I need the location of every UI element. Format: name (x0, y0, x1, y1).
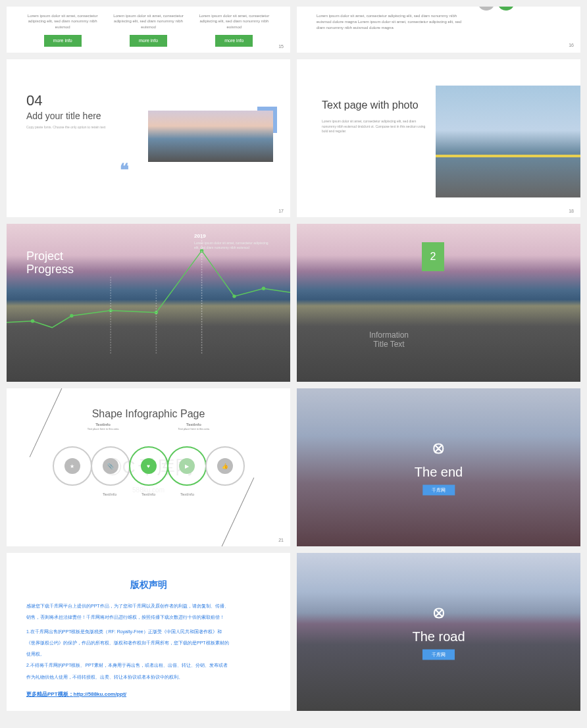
page-number: 18 (569, 209, 574, 213)
play-icon: ▶ (179, 458, 195, 474)
logo-icon (429, 440, 447, 458)
circle-o-icon: O (498, 7, 515, 11)
lorem-text: Lorem ipsum dolor sit amet, consectetur … (198, 13, 270, 30)
slide-19: Project Progress 2019 Lorem ipsum dolor … (7, 224, 290, 382)
more-info-button[interactable]: more info (215, 35, 253, 47)
slide-20: 2 Information Title Text (297, 224, 580, 382)
end-title: The end (415, 465, 463, 480)
slide-21: ⓘC 千库网 588ku.com Shape Infographic Page … (7, 388, 290, 546)
copyright-title: 版权声明 (26, 579, 270, 591)
slide-end: The end 千库网 (297, 388, 580, 546)
copyright-body: 感谢您下载千库网平台上提供的PPT作品，为了您和千库网以及原创作者的利益，请勿复… (26, 602, 270, 681)
arc-2: 📎 (91, 446, 130, 486)
text-info-label: TextInfoText place here in this area (88, 423, 119, 430)
info-col-1: Lorem ipsum dolor sit amet, consectetur … (26, 13, 98, 47)
slide-body: Lorem ipsum dolor sit amet, consectetur … (322, 119, 427, 134)
page-number: 17 (278, 209, 284, 213)
page-number: 15 (278, 44, 284, 49)
svg-point-6 (262, 287, 265, 290)
more-info-button[interactable]: more info (44, 35, 82, 47)
watermark-sub: 588ku.com (132, 486, 165, 494)
clip-icon: 📎 (103, 458, 118, 474)
text-info-label: TextInfoText place here in this area (178, 423, 210, 430)
number-badge: 2 (422, 242, 444, 271)
slide-17: 04 Add your title here Copy paste fonts.… (7, 59, 290, 217)
more-templates-link[interactable]: 更多精品PPT模板：http://588ku.com/ppt/ (26, 690, 270, 698)
brand-badge: 千库网 (422, 650, 455, 660)
star-icon: ★ (64, 458, 80, 474)
lorem-text: Lorem ipsum dolor sit amet, consectetur … (113, 13, 184, 30)
slide-15: Lorem ipsum dolor sit amet, consectetur … (7, 7, 290, 53)
arc-1: ★ (53, 446, 92, 486)
slash-decoration (220, 477, 255, 546)
yellow-line (436, 155, 580, 157)
info-title: Information Title Text (369, 330, 409, 349)
section-number: 04 (26, 92, 270, 109)
svg-point-5 (233, 295, 236, 298)
arc-5: 👍 (205, 446, 245, 486)
slide-title: Text page with photo (322, 99, 427, 111)
sea-photo (436, 86, 580, 197)
slide-copyright: 版权声明 感谢您下载千库网平台上提供的PPT作品，为了您和千库网以及原创作者的利… (7, 553, 290, 711)
svg-point-1 (70, 315, 73, 317)
progress-line-chart (7, 224, 290, 382)
road-title: The road (412, 629, 465, 644)
arc-4: ▶ (167, 446, 207, 486)
lorem-text: Lorem ipsum dolor sit amet, consectetur … (26, 13, 98, 30)
page-number: 21 (278, 538, 284, 542)
svg-point-0 (32, 320, 34, 323)
arc-3: ♥ (129, 446, 168, 486)
infographic-row: ★ 📎 ♥ ▶ 👍 (26, 446, 270, 486)
infographic-title: Shape Infographic Page (26, 408, 270, 420)
lorem-body: Lorem ipsum dolor sit amet, consectetur … (317, 13, 463, 31)
slide-18: Text page with photo Lorem ipsum dolor s… (297, 59, 580, 217)
info-col-3: Lorem ipsum dolor sit amet, consectetur … (198, 13, 270, 47)
text-info-label: TextInfo (103, 492, 116, 496)
slide-road: The road 千库网 (297, 553, 580, 711)
text-info-label: TextInfo (180, 492, 194, 496)
more-info-button[interactable]: more info (130, 35, 167, 47)
heart-icon: ♥ (141, 458, 157, 474)
thumb-icon: 👍 (217, 458, 233, 474)
quote-icon: ❝ (120, 160, 129, 180)
slide-16: T O Lorem ipsum dolor sit amet, consecte… (297, 7, 580, 53)
logo-icon (430, 604, 448, 623)
info-col-2: Lorem ipsum dolor sit amet, consectetur … (113, 13, 184, 47)
road-photo (148, 111, 273, 162)
circle-t-icon: T (478, 7, 495, 11)
page-number: 16 (569, 42, 574, 49)
brand-badge: 千库网 (422, 485, 455, 496)
